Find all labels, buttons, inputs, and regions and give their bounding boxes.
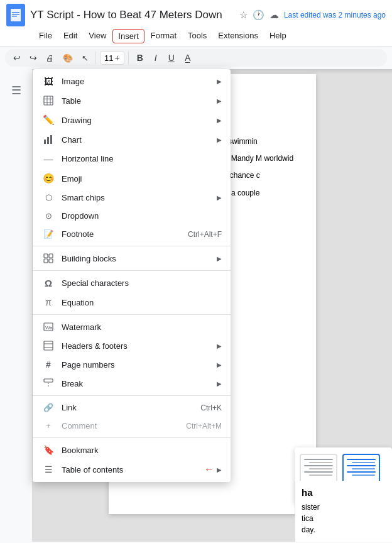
svg-rect-3 xyxy=(12,16,17,17)
star-icon[interactable]: ☆ xyxy=(239,9,248,21)
menu-file[interactable]: File xyxy=(34,29,57,43)
menu-item-watermark[interactable]: Wa Watermark xyxy=(33,317,231,336)
comment-shortcut: Ctrl+Alt+M xyxy=(186,422,222,431)
break-arrow: ▶ xyxy=(217,380,222,387)
link-shortcut: Ctrl+K xyxy=(200,403,222,412)
chart-arrow: ▶ xyxy=(217,136,222,143)
menu-item-headers-footers[interactable]: Headers & footers ▶ xyxy=(33,336,231,355)
headers-footers-arrow: ▶ xyxy=(217,343,222,349)
building-blocks-icon xyxy=(41,253,55,263)
link-label: Link xyxy=(62,403,200,412)
dropdown-icon: ⊙ xyxy=(41,211,55,221)
underline-button[interactable]: U xyxy=(164,51,179,65)
menu-item-chart[interactable]: Chart ▶ xyxy=(33,130,231,149)
toolbar: ↩ ↪ 🖨 🎨 ↖ 11 + B I U A̲ xyxy=(5,49,387,67)
equation-icon: π xyxy=(41,297,55,307)
section-divider-3 xyxy=(33,314,231,315)
menu-item-break[interactable]: Break ▶ xyxy=(33,374,231,393)
svg-rect-21 xyxy=(44,379,53,382)
menu-edit[interactable]: Edit xyxy=(58,29,82,43)
menu-format[interactable]: Format xyxy=(146,29,182,43)
section-divider-5 xyxy=(33,437,231,438)
menu-item-drawing[interactable]: ✏️ Drawing ▶ xyxy=(33,110,231,130)
cloud-icon[interactable]: ☁ xyxy=(270,9,279,21)
doc-app-icon xyxy=(6,4,25,26)
dropdown-label: Dropdown xyxy=(62,211,222,221)
svg-rect-11 xyxy=(50,135,52,144)
menu-item-bookmark[interactable]: 🔖 Bookmark xyxy=(33,441,231,459)
svg-rect-0 xyxy=(11,9,21,21)
menu-item-special-characters[interactable]: Ω Special characters xyxy=(33,273,231,293)
smart-chips-arrow: ▶ xyxy=(217,194,222,201)
doc-excerpt-2: sister xyxy=(302,502,386,513)
menu-tools[interactable]: Tools xyxy=(183,29,212,43)
redo-button[interactable]: ↪ xyxy=(26,51,40,65)
menu-bar: File Edit View Insert Format Tools Exten… xyxy=(0,28,392,47)
last-edited-label: Last edited was 2 minutes ago xyxy=(284,11,386,19)
menu-help[interactable]: Help xyxy=(264,29,291,43)
special-characters-label: Special characters xyxy=(62,278,222,288)
toc-label: Table of contents xyxy=(62,465,204,474)
paint-button[interactable]: 🎨 xyxy=(60,52,76,65)
svg-rect-13 xyxy=(49,254,53,258)
menu-item-comment[interactable]: + Comment Ctrl+Alt+M xyxy=(33,417,231,435)
bookmark-icon: 🔖 xyxy=(41,445,55,455)
doc-title: YT Script - How to Beat 47 Meters Down xyxy=(30,9,234,21)
menu-extensions[interactable]: Extensions xyxy=(213,29,263,43)
smart-chips-label: Smart chips xyxy=(62,193,217,202)
break-label: Break xyxy=(62,379,217,388)
doc-excerpt-1: ha xyxy=(302,487,386,498)
svg-rect-2 xyxy=(12,14,19,15)
history-icon[interactable]: 🕐 xyxy=(253,9,264,21)
more-formatting[interactable]: A̲ xyxy=(182,51,194,65)
image-icon: 🖼 xyxy=(41,76,55,87)
chart-icon xyxy=(41,134,55,145)
font-size-plus[interactable]: + xyxy=(114,53,119,63)
toc-arrow: ▶ xyxy=(217,466,222,473)
menu-view[interactable]: View xyxy=(84,29,111,43)
menu-item-footnote[interactable]: 📝 Footnote Ctrl+Alt+F xyxy=(33,225,231,243)
watermark-icon: Wa xyxy=(41,322,55,332)
bold-button[interactable]: B xyxy=(133,51,148,65)
font-size-area[interactable]: 11 + xyxy=(100,51,124,65)
footnote-shortcut: Ctrl+Alt+F xyxy=(188,230,222,239)
menu-item-smart-chips[interactable]: ⬡ Smart chips ▶ xyxy=(33,189,231,207)
table-label: Table xyxy=(62,96,217,106)
comment-label: Comment xyxy=(62,421,186,431)
menu-item-dropdown[interactable]: ⊙ Dropdown xyxy=(33,207,231,225)
svg-rect-4 xyxy=(44,96,53,105)
insert-dropdown-menu: 🖼 Image ▶ Table ▶ ✏️ Drawing ▶ Chart ▶ xyxy=(33,69,231,482)
menu-insert[interactable]: Insert xyxy=(112,29,144,43)
menu-item-horizontal-line[interactable]: — Horizontal line xyxy=(33,149,231,168)
cursor-button[interactable]: ↖ xyxy=(79,52,92,65)
smart-chips-icon: ⬡ xyxy=(41,193,55,202)
italic-button[interactable]: I xyxy=(150,51,161,65)
undo-button[interactable]: ↩ xyxy=(10,51,24,65)
print-button[interactable]: 🖨 xyxy=(43,52,57,65)
doc-excerpt-3: tica xyxy=(302,513,386,524)
chart-label: Chart xyxy=(62,135,217,145)
drawing-icon: ✏️ xyxy=(41,114,55,126)
toc-icon: ☰ xyxy=(41,464,55,474)
horizontal-line-icon: — xyxy=(41,153,55,164)
table-icon xyxy=(41,96,55,106)
emoji-label: Emoji xyxy=(62,174,222,184)
menu-item-emoji[interactable]: 😊 Emoji xyxy=(33,168,231,189)
menu-item-link[interactable]: 🔗 Link Ctrl+K xyxy=(33,398,231,417)
image-arrow: ▶ xyxy=(217,78,222,85)
menu-item-table[interactable]: Table ▶ xyxy=(33,91,231,110)
menu-item-table-of-contents[interactable]: ☰ Table of contents ← ▶ xyxy=(33,459,231,480)
section-divider-2 xyxy=(33,270,231,271)
svg-rect-10 xyxy=(47,137,49,144)
menu-item-building-blocks[interactable]: Building blocks ▶ xyxy=(33,249,231,268)
special-characters-icon: Ω xyxy=(41,278,55,288)
building-blocks-arrow: ▶ xyxy=(217,255,222,262)
sidebar-outline-icon[interactable]: ☰ xyxy=(5,79,28,102)
menu-item-image[interactable]: 🖼 Image ▶ xyxy=(33,72,231,91)
drawing-label: Drawing xyxy=(62,116,217,125)
menu-item-page-numbers[interactable]: # Page numbers ▶ xyxy=(33,355,231,374)
watermark-label: Watermark xyxy=(62,322,222,332)
menu-item-equation[interactable]: π Equation xyxy=(33,293,231,312)
doc-right-excerpt: ha sister tica day. xyxy=(295,481,392,542)
svg-rect-15 xyxy=(49,259,53,263)
